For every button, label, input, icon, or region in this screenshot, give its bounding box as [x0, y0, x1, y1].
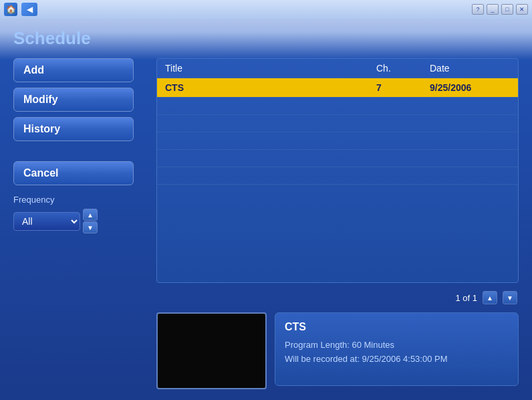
pagination-text: 1 of 1	[455, 293, 477, 303]
maximize-button[interactable]: □	[501, 4, 513, 15]
table-row-empty-1	[157, 97, 518, 114]
col-channel: Ch.	[376, 63, 430, 74]
page-up-button[interactable]: ▲	[483, 291, 497, 304]
table-row-empty-6	[157, 184, 518, 201]
table-row-empty-3	[157, 132, 518, 149]
row-title: CTS	[165, 82, 376, 93]
info-box: CTS Program Length: 60 Minutes Will be r…	[275, 312, 519, 386]
cancel-button[interactable]: Cancel	[13, 161, 134, 185]
main-window: 🏠 ◀ ? _ □ ✕ Schedule Add Modify History	[0, 0, 532, 400]
close-button[interactable]: ✕	[516, 4, 528, 15]
frequency-select[interactable]: All	[13, 212, 80, 231]
pagination-row: 1 of 1 ▲ ▼	[156, 288, 519, 307]
frequency-down-button[interactable]: ▼	[83, 221, 98, 233]
col-date: Date	[430, 63, 510, 74]
page-title: Schedule	[13, 28, 519, 49]
schedule-table: Title Ch. Date CTS 7 9/25/2006	[156, 58, 519, 283]
title-bar-left: 🏠 ◀	[4, 3, 37, 16]
table-row-empty-4	[157, 149, 518, 167]
add-button[interactable]: Add	[13, 58, 134, 82]
page-down-button[interactable]: ▼	[503, 291, 517, 304]
table-row-empty-2	[157, 114, 518, 132]
video-thumbnail	[156, 312, 267, 389]
info-program-length: Program Length: 60 Minutes	[285, 338, 509, 353]
info-record-time: Will be recorded at: 9/25/2006 4:53:00 P…	[285, 353, 509, 367]
row-date: 9/25/2006	[430, 82, 510, 93]
row-channel: 7	[376, 82, 430, 93]
table-row[interactable]: CTS 7 9/25/2006	[157, 78, 518, 97]
frequency-up-button[interactable]: ▲	[83, 209, 98, 221]
frequency-row: All ▲ ▼	[13, 209, 147, 233]
content-area: Schedule Add Modify History Cancel Frequ…	[0, 19, 532, 400]
table-row-empty-5	[157, 167, 518, 184]
nav-buttons: Add Modify History	[13, 58, 147, 141]
frequency-section: Frequency All ▲ ▼	[13, 195, 147, 233]
right-panel: Title Ch. Date CTS 7 9/25/2006	[156, 58, 519, 389]
main-area: Add Modify History Cancel Frequency All …	[13, 58, 519, 389]
back-button[interactable]: ◀	[21, 3, 37, 16]
info-title: CTS	[285, 321, 509, 333]
title-bar: 🏠 ◀ ? _ □ ✕	[0, 0, 532, 19]
home-icon[interactable]: 🏠	[4, 3, 17, 16]
info-section: CTS Program Length: 60 Minutes Will be r…	[156, 312, 519, 389]
frequency-label: Frequency	[13, 195, 147, 205]
left-panel: Add Modify History Cancel Frequency All …	[13, 58, 147, 389]
table-header: Title Ch. Date	[157, 59, 518, 78]
title-bar-right: ? _ □ ✕	[472, 4, 528, 15]
minimize-button[interactable]: _	[487, 4, 499, 15]
history-button[interactable]: History	[13, 117, 134, 141]
col-title: Title	[165, 63, 376, 74]
frequency-arrow-group: ▲ ▼	[83, 209, 98, 233]
help-button[interactable]: ?	[472, 4, 484, 15]
modify-button[interactable]: Modify	[13, 88, 134, 112]
